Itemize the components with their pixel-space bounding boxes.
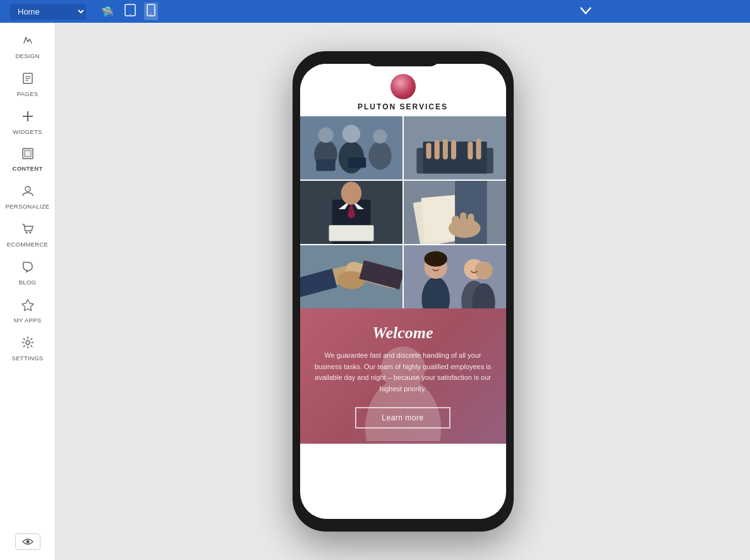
- design-icon: [21, 34, 34, 50]
- sidebar-label-widgets: WIDGETS: [13, 128, 42, 135]
- phone-screen-inner[interactable]: PLUTON SERVICES: [300, 64, 506, 519]
- svg-point-13: [25, 232, 27, 234]
- sidebar-item-content[interactable]: CONTENT: [0, 142, 55, 178]
- site-logo: [390, 74, 416, 99]
- phone-screen: PLUTON SERVICES: [300, 64, 506, 519]
- canvas-area: PLUTON SERVICES: [56, 23, 750, 560]
- sidebar-item-design[interactable]: DESIGN: [0, 28, 55, 66]
- svg-rect-50: [460, 212, 466, 233]
- sidebar-label-content: CONTENT: [12, 165, 42, 172]
- svg-point-61: [424, 252, 447, 267]
- sidebar-label-settings: SETTINGS: [12, 355, 44, 362]
- content-icon: [22, 148, 33, 162]
- svg-rect-32: [442, 139, 447, 159]
- settings-icon: [21, 336, 34, 352]
- sidebar-item-widgets[interactable]: WIDGETS: [0, 104, 55, 142]
- svg-point-22: [342, 125, 360, 143]
- sidebar-item-pages[interactable]: PAGES: [0, 66, 55, 104]
- top-bar: Home 🛸: [0, 0, 750, 23]
- svg-point-16: [26, 341, 30, 344]
- welcome-section: Welcome We guarantee fast and discrete h…: [300, 308, 506, 444]
- welcome-title: Welcome: [313, 324, 493, 343]
- sidebar-item-myapps[interactable]: MY APPS: [0, 292, 55, 330]
- pages-icon: [22, 72, 33, 88]
- svg-rect-34: [468, 142, 473, 159]
- personalize-icon: [21, 185, 34, 200]
- sidebar-label-pages: PAGES: [17, 90, 39, 97]
- sidebar-item-personalize[interactable]: PERSONALIZE: [0, 178, 55, 216]
- photo-team-women: [404, 245, 506, 308]
- svg-point-41: [341, 181, 361, 204]
- sidebar-item-ecommerce[interactable]: ECOMMERCE: [0, 216, 55, 254]
- sidebar-label-personalize: PERSONALIZE: [6, 203, 50, 210]
- myapps-icon: [21, 298, 34, 314]
- sidebar-label-ecommerce: ECOMMERCE: [7, 241, 49, 248]
- svg-rect-31: [434, 140, 439, 159]
- chevron-icon[interactable]: [579, 6, 592, 17]
- widgets-icon: [21, 110, 34, 126]
- svg-point-12: [25, 186, 30, 192]
- svg-rect-25: [316, 159, 335, 171]
- svg-rect-51: [468, 214, 474, 233]
- svg-point-65: [475, 262, 492, 279]
- sidebar-label-design: DESIGN: [15, 52, 39, 59]
- page-select[interactable]: Home: [10, 4, 86, 20]
- sidebar-label-myapps: MY APPS: [14, 317, 42, 324]
- desktop-icon[interactable]: 🛸: [99, 4, 116, 19]
- svg-marker-15: [22, 300, 33, 311]
- mobile-icon[interactable]: [144, 3, 158, 20]
- phone-frame: PLUTON SERVICES: [293, 51, 514, 532]
- svg-rect-11: [25, 150, 31, 157]
- svg-rect-30: [426, 143, 431, 159]
- svg-rect-49: [451, 216, 459, 234]
- sidebar: DESIGN PAGES WIDGETS CONTENT PERSONALIZE: [0, 23, 56, 560]
- site-logo-text: PLUTON SERVICES: [358, 102, 448, 111]
- svg-rect-42: [329, 225, 373, 241]
- photo-laptop: [404, 116, 506, 180]
- photo-grid: [300, 116, 506, 308]
- main-layout: DESIGN PAGES WIDGETS CONTENT PERSONALIZE: [0, 23, 750, 560]
- device-switcher: 🛸: [99, 3, 158, 20]
- photo-suit: [300, 181, 402, 244]
- welcome-content: Welcome We guarantee fast and discrete h…: [313, 324, 493, 429]
- svg-point-20: [318, 128, 333, 143]
- tablet-icon[interactable]: [121, 3, 139, 20]
- learn-more-button[interactable]: Learn more: [355, 407, 450, 429]
- sidebar-label-blog: BLOG: [19, 279, 37, 286]
- svg-point-23: [368, 142, 391, 170]
- photo-handshake: [300, 245, 402, 308]
- ecommerce-icon: [21, 222, 34, 238]
- svg-point-14: [29, 232, 31, 234]
- svg-rect-33: [451, 140, 456, 159]
- svg-point-17: [26, 540, 29, 544]
- photo-meeting: [300, 116, 402, 180]
- photo-hands-documents: [404, 181, 506, 244]
- svg-rect-26: [348, 157, 365, 167]
- preview-button[interactable]: [15, 533, 40, 550]
- sidebar-item-settings[interactable]: SETTINGS: [0, 330, 55, 368]
- svg-point-24: [373, 130, 387, 143]
- welcome-text: We guarantee fast and discrete handling …: [313, 350, 493, 394]
- sidebar-item-blog[interactable]: BLOG: [0, 254, 55, 292]
- site-header: PLUTON SERVICES: [300, 64, 506, 116]
- svg-rect-35: [476, 139, 481, 159]
- phone-notch: [365, 51, 441, 66]
- blog-icon: [21, 260, 34, 276]
